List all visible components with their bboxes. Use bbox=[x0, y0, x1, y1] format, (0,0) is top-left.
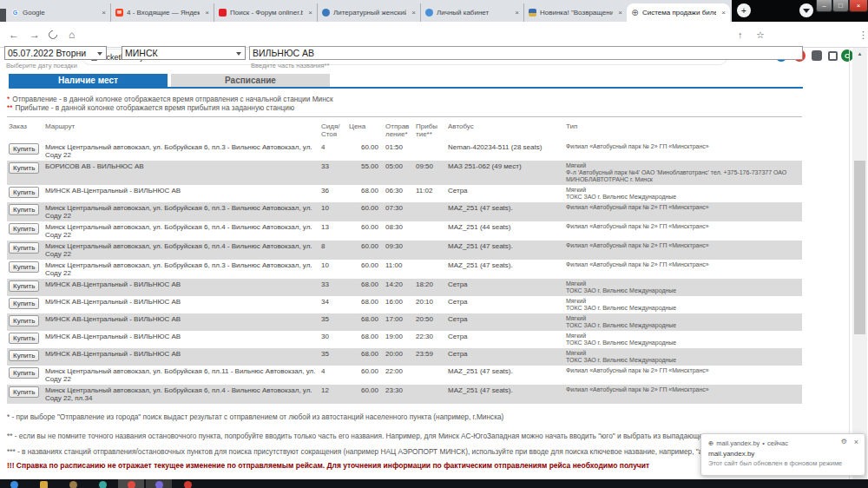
reload-button[interactable] bbox=[49, 22, 57, 48]
browser-tab[interactable]: Литературный женский форум× bbox=[317, 3, 420, 22]
notification-close-button[interactable]: × bbox=[854, 438, 858, 446]
taskbar-app[interactable] bbox=[146, 479, 172, 488]
browser-tab[interactable]: Личный кабинет× bbox=[420, 3, 523, 22]
buy-button[interactable]: Купить bbox=[9, 187, 39, 198]
forward-button[interactable]: → bbox=[30, 22, 40, 48]
taskbar-app-icon bbox=[128, 481, 135, 488]
menu-dots-icon: ⋮ bbox=[858, 30, 868, 41]
browser-tab[interactable]: GGoogle× bbox=[7, 3, 110, 22]
price-cell: 68.00 bbox=[347, 331, 384, 348]
buy-button[interactable]: Купить bbox=[9, 162, 39, 174]
profile-avatar[interactable]: C bbox=[841, 49, 853, 62]
departure-cell: 19:00 bbox=[384, 331, 414, 348]
buy-button[interactable]: Купить bbox=[9, 315, 39, 326]
tab-close-icon[interactable]: × bbox=[203, 9, 209, 16]
tab-underline bbox=[9, 87, 803, 89]
date-select[interactable]: 05.07.2022 Вторни bbox=[4, 46, 107, 60]
bus-cell: Сетра bbox=[446, 313, 564, 331]
route-cell: Минск Центральный автовокзал, ул. Бобруй… bbox=[43, 385, 319, 404]
scrollbar-thumb[interactable] bbox=[854, 161, 865, 334]
extensions-puzzle-icon[interactable] bbox=[812, 50, 822, 61]
sidebar-icon[interactable] bbox=[828, 51, 838, 61]
browser-tab-strip: + – □ × GGoogle×✉4 - Входящие — Яндекс П… bbox=[0, 0, 868, 22]
buy-button[interactable]: Купить bbox=[9, 386, 39, 398]
price-cell: 60.00 bbox=[347, 221, 384, 241]
date-value: 05.07.2022 Вторни bbox=[8, 48, 86, 58]
type-cell: МягкийФ-л 'Автобусный парк №4' ОАО 'Мино… bbox=[564, 161, 802, 185]
buy-button[interactable]: Купить bbox=[9, 261, 39, 273]
departure-cell: 20:00 bbox=[384, 348, 414, 366]
type-cell: МягкийТОКС ЗАО г. Вильнюс Международные bbox=[564, 313, 802, 331]
type-line: Мягкий bbox=[566, 162, 800, 169]
scroll-up-button[interactable]: ▲ bbox=[852, 48, 867, 60]
tab-title: Новинка! "Возвращение в Ита bbox=[540, 9, 613, 16]
bus-cell: Сетра bbox=[446, 348, 564, 366]
table-row: КупитьМинск Центральный автовокзал, ул. … bbox=[7, 241, 802, 260]
tab-close-icon[interactable]: × bbox=[410, 9, 416, 16]
buy-button[interactable]: Купить bbox=[9, 350, 39, 361]
note-departure: *Отправление - в данной колонке отобража… bbox=[7, 95, 333, 103]
maximize-icon: □ bbox=[838, 3, 843, 10]
route-cell: Минск Центральный автовокзал, ул. Бобруй… bbox=[43, 241, 319, 260]
tab-close-icon[interactable]: × bbox=[513, 9, 519, 16]
buy-button[interactable]: Купить bbox=[9, 280, 39, 292]
browser-menu-button[interactable]: ⋮ bbox=[858, 22, 868, 48]
type-line: Филиал «Автобусный парк № 2» ГП «Минсктр… bbox=[566, 367, 800, 374]
notification-settings-button[interactable]: ⚙ bbox=[841, 438, 847, 445]
type-cell: Филиал «Автобусный парк № 2» ГП «Минсктр… bbox=[564, 221, 802, 241]
note-text: Отправление - в данной колонке отображае… bbox=[12, 95, 332, 103]
share-button[interactable]: ↑ bbox=[738, 22, 743, 48]
tab-schedule[interactable]: Расписание bbox=[171, 74, 330, 87]
tab-search-button[interactable] bbox=[799, 3, 813, 17]
arrival-cell: 20:10 bbox=[414, 296, 446, 313]
buy-button[interactable]: Купить bbox=[9, 204, 39, 215]
tab-close-icon[interactable]: × bbox=[720, 9, 726, 16]
globe-favicon: ⊕ bbox=[631, 9, 639, 16]
arrival-cell bbox=[414, 221, 446, 241]
browser-tab[interactable]: ✉4 - Входящие — Яндекс Почта× bbox=[110, 3, 214, 22]
start-button[interactable] bbox=[10, 481, 18, 488]
price-cell: 68.00 bbox=[347, 185, 384, 202]
taskbar-icon[interactable] bbox=[69, 481, 77, 488]
back-button[interactable]: ← bbox=[9, 22, 19, 48]
type-line: Филиал «Автобусный парк № 2» ГП «Минсктр… bbox=[566, 261, 800, 268]
buy-button[interactable]: Купить bbox=[9, 242, 39, 254]
new-tab-button[interactable]: + bbox=[737, 3, 751, 17]
type-line: Мягкий bbox=[566, 280, 800, 287]
yandex-mail-favicon: ✉ bbox=[115, 9, 123, 16]
browser-tab[interactable]: Поиск - Форум onliner.by× bbox=[214, 3, 317, 22]
browser-tab[interactable]: Новинка! "Возвращение в Ита× bbox=[523, 3, 627, 22]
book-favicon bbox=[529, 9, 536, 16]
bookmark-star-button[interactable]: ☆ bbox=[756, 22, 765, 48]
buy-button[interactable]: Купить bbox=[9, 223, 39, 234]
table-row: КупитьМИНСК АВ-Центральный - ВИЛЬНЮС АВ3… bbox=[7, 296, 802, 313]
page-scrollbar[interactable]: ▲ ▼ bbox=[852, 48, 867, 479]
tab-close-icon[interactable]: × bbox=[306, 9, 312, 16]
tab-close-icon[interactable]: × bbox=[616, 9, 622, 16]
bus-cell: MAZ_251 (47 seats). bbox=[446, 202, 564, 221]
buy-button[interactable]: Купить bbox=[9, 143, 39, 155]
window-minimize-button[interactable]: – bbox=[816, 0, 832, 12]
browser-tab[interactable]: ⊕Система продажи билетов на а× bbox=[627, 3, 730, 22]
taskbar-active-app[interactable] bbox=[118, 479, 144, 488]
type-cell: Филиал «Автобусный парк № 2» ГП «Минсктр… bbox=[564, 142, 802, 161]
buy-button[interactable]: Купить bbox=[9, 367, 39, 379]
taskbar-icon[interactable] bbox=[184, 481, 192, 488]
price-cell: 60.00 bbox=[347, 260, 384, 279]
taskbar-folder-icon[interactable] bbox=[40, 481, 48, 488]
buy-button[interactable]: Купить bbox=[9, 298, 39, 309]
type-line: Мягкий bbox=[566, 315, 800, 322]
note-text: Прибытие - в данной колонке отображается… bbox=[15, 103, 294, 112]
tab-close-icon[interactable]: × bbox=[100, 9, 106, 16]
tab-seats-availability[interactable]: Наличие мест bbox=[9, 74, 168, 87]
buy-button[interactable]: Купить bbox=[9, 333, 39, 344]
home-button[interactable]: ⌂ bbox=[69, 22, 75, 48]
seats-cell: 36 bbox=[319, 185, 347, 202]
forward-icon: → bbox=[30, 29, 40, 41]
taskbar-icon[interactable] bbox=[99, 481, 107, 488]
from-city-select[interactable]: МИНСК bbox=[122, 46, 246, 60]
to-station-input[interactable]: ВИЛЬНЮС АВ bbox=[249, 46, 803, 60]
departure-cell: 06:30 bbox=[384, 185, 414, 202]
window-close-button[interactable]: × bbox=[849, 0, 868, 12]
window-maximize-button[interactable]: □ bbox=[832, 0, 849, 12]
